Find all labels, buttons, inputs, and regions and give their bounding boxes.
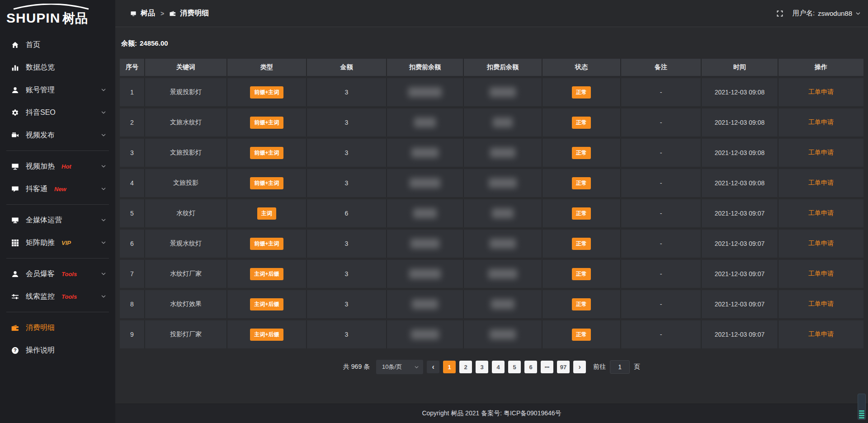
cell-amount: 3 [307,260,387,288]
redacted-balance-before [413,208,437,218]
balance-label: 余额: [121,39,137,47]
status-badge: 正常 [572,207,591,220]
user-menu[interactable]: 用户名: zswodun88 [793,9,861,18]
sidebar-item-home[interactable]: 首页 [0,33,115,56]
sidebar-item-doukatong[interactable]: 抖客通New [0,178,115,200]
ticket-request-link[interactable]: 工单申请 [808,270,834,278]
sidebar-item-matrix-boost[interactable]: 矩阵助推VIP [0,231,115,254]
video-icon [11,132,19,139]
chevron-down-icon [101,217,106,223]
cell-action: 工单申请 [778,108,863,136]
type-badge: 前缀+主词 [250,147,283,159]
ticket-request-link[interactable]: 工单申请 [808,300,834,308]
type-badge: 主词+后缀 [250,298,283,310]
sidebar-item-video-heat[interactable]: 视频加热Hot [0,155,115,178]
page-size-value: 10条/页 [382,363,402,371]
cell-amount: 3 [307,139,387,167]
page-size-select[interactable]: 10条/页 [376,360,423,374]
cell-time: 2021-12-03 09:07 [702,320,778,348]
sidebar-item-label: 视频发布 [26,131,55,140]
cell-time: 2021-12-03 09:07 [702,230,778,258]
page-button-1[interactable]: 1 [443,361,456,373]
sidebar-item-badge: New [54,186,66,193]
page-button-3[interactable]: 3 [476,361,488,373]
cell-amount: 3 [307,320,387,348]
page-button-5[interactable]: 5 [508,361,521,373]
sidebar-item-label: 首页 [26,40,40,50]
status-badge: 正常 [572,268,591,280]
cell-keyword: 景观水纹灯 [145,230,227,258]
cell-time: 2021-12-03 09:07 [702,290,778,318]
cell-amount: 3 [307,230,387,258]
cell-keyword: 文旅水纹灯 [145,108,227,136]
breadcrumb-separator: > [160,10,164,17]
cell-note: - [621,290,702,318]
cell-keyword: 水纹灯效果 [145,290,227,318]
cell-status: 正常 [542,108,621,136]
page-button-6[interactable]: 6 [524,361,537,373]
column-header: 备注 [621,59,702,76]
fullscreen-icon[interactable] [776,10,783,17]
next-page-button[interactable]: › [573,361,586,373]
column-header: 时间 [702,59,778,76]
table-body: 1景观投影灯前缀+主词3正常-2021-12-03 09:08工单申请2文旅水纹… [120,78,863,348]
sidebar-item-member-burst[interactable]: 会员爆客Tools [0,263,115,285]
sidebar-item-label: 全媒体运营 [26,216,62,225]
status-badge: 正常 [572,177,591,189]
chevron-down-icon [855,11,861,16]
redacted-balance-after [490,87,516,97]
cell-balance-before [387,290,464,318]
page-ellipsis-button[interactable]: ••• [541,361,553,373]
balance-value: 24856.00 [140,39,168,47]
cell-status: 正常 [542,169,621,197]
cell-type: 主词+后缀 [227,290,307,318]
sidebar-item-account-manage[interactable]: 账号管理 [0,79,115,101]
cell-type: 主词 [227,199,307,227]
sidebar-item-consume-detail[interactable]: 消费明细 [0,316,115,339]
username-label: 用户名: [793,9,815,18]
ticket-request-link[interactable]: 工单申请 [808,118,834,127]
sidebar-item-video-publish[interactable]: 视频发布 [0,124,115,146]
cell-note: - [621,199,702,227]
cell-amount: 3 [307,290,387,318]
cell-action: 工单申请 [778,290,863,318]
page-button-2[interactable]: 2 [459,361,472,373]
ticket-request-link[interactable]: 工单申请 [808,149,834,157]
sidebar-item-douyin-seo[interactable]: 抖音SEO [0,101,115,124]
table-row: 2文旅水纹灯前缀+主词3正常-2021-12-03 09:08工单申请 [120,108,863,136]
page-buttons: 123456•••97 [443,361,570,373]
cell-note: - [621,169,702,197]
cell-status: 正常 [542,230,621,258]
sidebar-item-data-overview[interactable]: 数据总览 [0,56,115,79]
floating-widget[interactable] [858,394,866,420]
status-badge: 正常 [572,238,591,250]
sidebar-item-clue-monitor[interactable]: 线索监控Tools [0,285,115,308]
type-badge: 前缀+主词 [250,117,283,129]
cell-action: 工单申请 [778,169,863,197]
page-jump-input[interactable] [610,360,630,374]
page-button-4[interactable]: 4 [492,361,505,373]
sidebar-item-operation-guide[interactable]: ?操作说明 [0,339,115,362]
app-logo[interactable]: SHUPIN 树品 [0,0,115,28]
chevron-down-icon [101,294,106,299]
cell-action: 工单申请 [778,320,863,348]
page-button-97[interactable]: 97 [557,361,570,373]
cell-time: 2021-12-03 09:07 [702,199,778,227]
ticket-request-link[interactable]: 工单申请 [808,179,834,187]
cell-index: 9 [120,320,145,348]
redacted-balance-before [411,329,439,339]
ticket-request-link[interactable]: 工单申请 [808,209,834,217]
cell-note: - [621,139,702,167]
ticket-request-link[interactable]: 工单申请 [808,88,834,96]
cell-type: 前缀+主词 [227,169,307,197]
cell-action: 工单申请 [778,78,863,106]
redacted-balance-after [490,239,516,249]
page-jump: 前往 页 [593,360,640,374]
ticket-request-link[interactable]: 工单申请 [808,330,834,338]
ticket-request-link[interactable]: 工单申请 [808,240,834,248]
prev-page-button[interactable]: ‹ [427,361,439,373]
breadcrumb-item-home[interactable]: 树品 [141,9,155,18]
cell-balance-after [464,78,542,106]
sidebar-item-media-operation[interactable]: 全媒体运营 [0,209,115,231]
cell-balance-before [387,169,464,197]
